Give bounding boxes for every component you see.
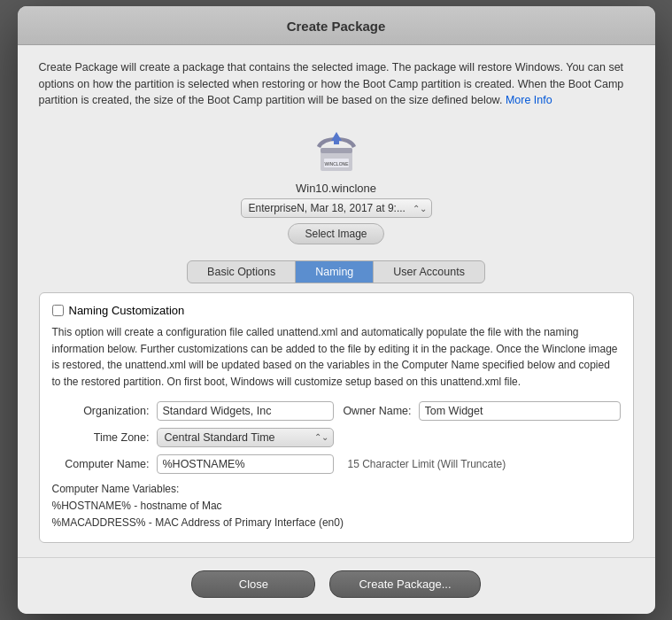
tz-select[interactable]: Central Standard Time Eastern Standard T… bbox=[157, 428, 334, 447]
timezone-row: Time Zone: Central Standard Time Eastern… bbox=[52, 428, 621, 447]
select-image-button[interactable]: Select Image bbox=[288, 223, 383, 244]
org-label: Organization: bbox=[52, 405, 150, 417]
svg-rect-1 bbox=[321, 148, 352, 153]
cn-input[interactable] bbox=[157, 454, 334, 474]
description-text: Create Package will create a package tha… bbox=[39, 59, 634, 109]
image-section: WINCLONE Win10.winclone EnterpriseN, Mar… bbox=[39, 121, 634, 244]
dialog-title: Create Package bbox=[35, 19, 637, 34]
dialog-titlebar: Create Package bbox=[18, 6, 655, 45]
org-owner-row: Organization: Owner Name: bbox=[52, 401, 621, 421]
owner-input[interactable] bbox=[419, 401, 621, 421]
naming-customization-checkbox[interactable] bbox=[52, 305, 64, 316]
create-package-dialog: Create Package Create Package will creat… bbox=[18, 6, 655, 614]
tab-naming[interactable]: Naming bbox=[296, 261, 374, 283]
variable-hostname: %HOSTNAME% - hostname of Mac bbox=[52, 498, 621, 515]
variable-macaddress: %MACADDRESS% - MAC Address of Primary In… bbox=[52, 515, 621, 531]
create-package-button[interactable]: Create Package... bbox=[329, 570, 480, 598]
naming-description: This option will create a configuration … bbox=[52, 324, 621, 390]
cn-label: Computer Name: bbox=[52, 458, 150, 470]
tab-bar: Basic Options Naming User Accounts bbox=[187, 260, 485, 283]
svg-text:WINCLONE: WINCLONE bbox=[324, 161, 349, 167]
image-version-select[interactable]: EnterpriseN, Mar 18, 2017 at 9:... bbox=[241, 198, 432, 218]
more-info-link[interactable]: More Info bbox=[506, 94, 552, 106]
tab-user-accounts[interactable]: User Accounts bbox=[374, 261, 484, 283]
tab-basic-options[interactable]: Basic Options bbox=[188, 261, 296, 283]
dialog-body: Create Package will create a package tha… bbox=[18, 45, 655, 557]
close-button[interactable]: Close bbox=[191, 570, 315, 598]
winclone-icon: WINCLONE bbox=[308, 121, 365, 178]
variables-title: Computer Name Variables: bbox=[52, 481, 621, 498]
tz-dropdown-wrapper: Central Standard Time Eastern Standard T… bbox=[157, 428, 334, 447]
svg-rect-3 bbox=[334, 137, 339, 144]
tabs-container: Basic Options Naming User Accounts bbox=[39, 260, 634, 283]
image-version-dropdown-wrapper: EnterpriseN, Mar 18, 2017 at 9:... ⌃⌄ bbox=[241, 198, 432, 218]
owner-label: Owner Name: bbox=[341, 405, 412, 417]
char-limit-text: 15 Character Limit (Will Truncate) bbox=[348, 458, 506, 470]
naming-customization-label: Naming Customization bbox=[69, 304, 185, 317]
dialog-footer: Close Create Package... bbox=[18, 557, 655, 614]
naming-checkbox-row: Naming Customization bbox=[52, 304, 621, 317]
options-panel: Naming Customization This option will cr… bbox=[39, 292, 634, 543]
tz-label: Time Zone: bbox=[52, 431, 150, 444]
computer-name-row: Computer Name: 15 Character Limit (Will … bbox=[52, 454, 621, 474]
variables-section: Computer Name Variables: %HOSTNAME% - ho… bbox=[52, 481, 621, 532]
org-input[interactable] bbox=[157, 401, 334, 421]
image-name: Win10.winclone bbox=[296, 182, 376, 195]
